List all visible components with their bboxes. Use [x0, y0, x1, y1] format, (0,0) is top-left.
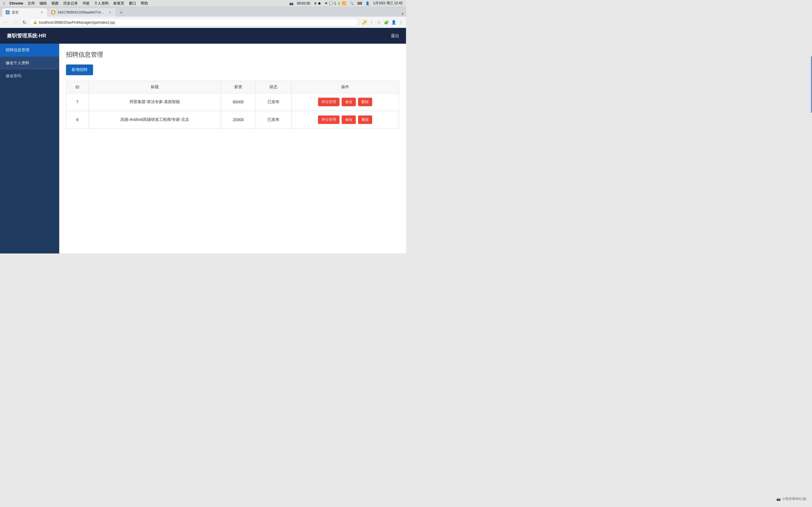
tab-2-favicon: 📄 — [51, 10, 55, 14]
row1-salary: 80000 — [221, 93, 255, 111]
app-title: 兼职管理系统-HR — [7, 33, 46, 39]
main-layout: 招聘信息管理 修改个人资料 修改密码 招聘信息管理 新增招聘 ID 标题 薪资 … — [0, 44, 406, 253]
tab-1-title: 首页 — [12, 10, 37, 15]
sidebar: 招聘信息管理 修改个人资料 修改密码 — [0, 44, 59, 253]
table-header-row: ID 标题 薪资 状态 操作 — [66, 81, 399, 93]
menu-btn[interactable]: ⋮ — [398, 19, 404, 25]
recruit-table: ID 标题 薪资 状态 操作 7 阿里集团-算法专家-基因智能 80000 已发… — [66, 81, 399, 129]
col-salary: 薪资 — [221, 81, 255, 93]
tab-1-close[interactable]: × — [40, 10, 44, 15]
sidebar-recruit-label: 招聘信息管理 — [6, 48, 29, 52]
datetime: 1月10日 周三 12:42 — [373, 1, 403, 6]
sidebar-item-password[interactable]: 修改密码 — [0, 69, 59, 82]
back-button[interactable]: ← — [2, 18, 10, 26]
row1-review-btn[interactable]: 评论管理 — [318, 98, 340, 106]
row2-action-btns: 评论管理 修改 删除 — [296, 115, 395, 124]
row2-edit-btn[interactable]: 修改 — [342, 115, 356, 124]
macos-menubar:  Chrome 文件 编辑 视图 历史记录 书签 个人资料 标签页 窗口 帮助… — [0, 0, 406, 6]
address-input[interactable]: 🔒 localhost:8888/ZhaoPinManager/jsp/inde… — [29, 18, 358, 26]
table-row: 6 高德-Android高级研发工程师/专家-北京 20000 已发布 评论管理… — [66, 111, 399, 129]
new-tab-button[interactable]: + — [117, 9, 125, 17]
col-id: ID — [66, 81, 89, 93]
tab-1[interactable]: 🏠 首页 × — [2, 8, 47, 17]
row1-delete-btn[interactable]: 删除 — [358, 98, 372, 106]
share-icon[interactable]: ↑ — [369, 19, 374, 25]
logout-button[interactable]: 退出 — [391, 33, 399, 39]
tab-2[interactable]: 📄 16417869042193faaafe071414... × — [48, 8, 116, 17]
app-container: 兼职管理系统-HR 退出 招聘信息管理 修改个人资料 修改密码 招聘信息管理 新… — [0, 28, 406, 253]
row2-delete-btn[interactable]: 删除 — [358, 115, 372, 124]
row2-status: 已发布 — [255, 111, 291, 129]
menu-profile[interactable]: 个人资料 — [94, 1, 109, 6]
row1-action-btns: 评论管理 修改 删除 — [296, 98, 395, 106]
tab-2-close[interactable]: × — [108, 10, 112, 15]
content-area: 招聘信息管理 新增招聘 ID 标题 薪资 状态 操作 7 阿里集团-算法专家-基… — [59, 44, 406, 253]
toolbar-icons: 🔑 ↑ ☆ 🧩 👤 ⋮ — [361, 19, 404, 25]
row2-review-btn[interactable]: 评论管理 — [318, 115, 340, 124]
profile-btn[interactable]: 👤 — [391, 19, 396, 25]
col-title: 标题 — [89, 81, 221, 93]
row2-salary: 20000 — [221, 111, 255, 129]
row1-id: 7 — [66, 93, 89, 111]
row1-actions: 评论管理 修改 删除 — [291, 93, 399, 111]
keyboard-icon[interactable]: ⌨ — [357, 1, 362, 5]
app-header: 兼职管理系统-HR 退出 — [0, 28, 406, 44]
menu-edit[interactable]: 编辑 — [40, 1, 47, 6]
menu-history[interactable]: 历史记录 — [63, 1, 78, 6]
tab-1-favicon: 🏠 — [6, 10, 10, 14]
menubar-right: 📷 00:03:30 ⏸ ⏺ 👁 💬 1 🔋 📶 🔍 ⌨ 👤 1月10日 周三 … — [289, 1, 403, 6]
timer: 00:03:30 — [297, 1, 310, 5]
forward-button[interactable]: → — [11, 18, 19, 26]
sidebar-item-recruit[interactable]: 招聘信息管理 — [0, 44, 59, 57]
menu-window[interactable]: 窗口 — [129, 1, 136, 6]
sidebar-item-profile[interactable]: 修改个人资料 — [0, 57, 59, 69]
add-recruit-button[interactable]: 新增招聘 — [66, 64, 93, 75]
tab-bar-controls: ▾ — [402, 11, 404, 17]
col-actions: 操作 — [291, 81, 399, 93]
sidebar-profile-label: 修改个人资料 — [6, 61, 29, 65]
row2-id: 6 — [66, 111, 89, 129]
tab-bar: 🏠 首页 × 📄 16417869042193faaafe071414... ×… — [0, 6, 406, 17]
table-row: 7 阿里集团-算法专家-基因智能 80000 已发布 评论管理 修改 删除 — [66, 93, 399, 111]
lock-icon: 🔒 — [33, 20, 37, 24]
password-icon[interactable]: 🔑 — [361, 19, 367, 25]
camera-icon: 📷 — [289, 1, 294, 5]
browser-chrome: 🏠 首页 × 📄 16417869042193faaafe071414... ×… — [0, 6, 406, 28]
search-icon[interactable]: 🔍 — [350, 1, 354, 5]
menu-help[interactable]: 帮助 — [141, 1, 148, 6]
menu-bookmarks[interactable]: 书签 — [82, 1, 90, 6]
reload-button[interactable]: ↻ — [20, 18, 28, 26]
apple-icon[interactable]:  — [3, 1, 5, 6]
extension-icon[interactable]: 🧩 — [384, 19, 389, 25]
menu-view[interactable]: 视图 — [51, 1, 59, 6]
menu-file[interactable]: 文件 — [28, 1, 35, 6]
address-bar: ← → ↻ 🔒 localhost:8888/ZhaoPinManager/js… — [0, 17, 406, 28]
row1-edit-btn[interactable]: 修改 — [342, 98, 356, 106]
col-status: 状态 — [255, 81, 291, 93]
row1-title: 阿里集团-算法专家-基因智能 — [89, 93, 221, 111]
row2-title: 高德-Android高级研发工程师/专家-北京 — [89, 111, 221, 129]
user-icon[interactable]: 👤 — [365, 1, 370, 5]
tab-2-title: 16417869042193faaafe071414... — [57, 10, 105, 14]
media-controls[interactable]: ⏸ ⏺ — [313, 1, 321, 5]
system-icons: 👁 💬 1 🔋 📶 — [324, 1, 346, 5]
url-text: localhost:8888/ZhaoPinManager/jsp/index2… — [39, 20, 115, 24]
menu-chrome[interactable]: Chrome — [9, 1, 23, 5]
row2-actions: 评论管理 修改 删除 — [291, 111, 399, 129]
menubar-left:  Chrome 文件 编辑 视图 历史记录 书签 个人资料 标签页 窗口 帮助 — [3, 1, 148, 6]
bookmark-icon[interactable]: ☆ — [376, 19, 382, 25]
menu-tabs[interactable]: 标签页 — [113, 1, 124, 6]
tab-list-button[interactable]: ▾ — [402, 11, 404, 17]
sidebar-password-label: 修改密码 — [6, 73, 21, 78]
row1-status: 已发布 — [255, 93, 291, 111]
page-title: 招聘信息管理 — [66, 50, 399, 59]
